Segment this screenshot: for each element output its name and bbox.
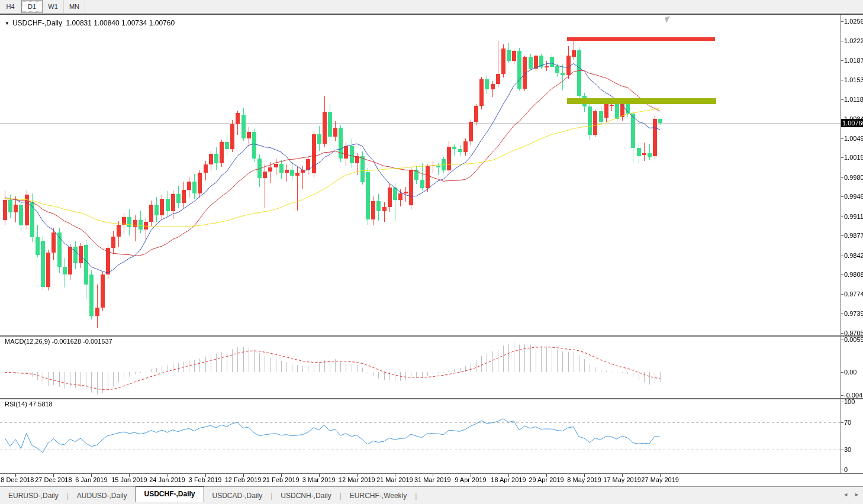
date-axis-label: 21 Feb 2019 — [263, 476, 300, 483]
price-axis-label: 1.02220 — [844, 37, 863, 44]
date-axis-label: 27 Dec 2018 — [35, 476, 72, 483]
price-axis-label: 1.01870 — [844, 57, 863, 64]
date-axis-label: 3 Mar 2019 — [302, 476, 336, 483]
date-axis-label: 21 Mar 2019 — [376, 476, 413, 483]
collapse-arrow-icon[interactable]: ▼ — [5, 21, 9, 26]
tab-eurchf-weekly[interactable]: EURCHF-,Weekly — [342, 490, 415, 502]
date-axis-label: 12 Mar 2019 — [339, 476, 375, 483]
chart-ohlc-readout: 1.00831 1.00840 1.00734 1.00760 — [66, 19, 175, 27]
date-axis-label: 6 Jan 2019 — [75, 476, 107, 483]
timeframe-button-h4[interactable]: H4 — [0, 0, 21, 13]
rsi-axis-label: 0 — [844, 466, 848, 473]
timeframe-toolbar: H4 D1 W1 MN — [0, 0, 863, 14]
rsi-axis-label: 100 — [844, 398, 855, 405]
date-axis-label: 3 Feb 2019 — [189, 476, 222, 483]
price-axis-label: 0.97740 — [844, 290, 863, 298]
date-axis-label: 27 May 2019 — [641, 476, 679, 483]
tab-eurusd-daily[interactable]: EURUSD-,Daily — [0, 490, 67, 502]
timeframe-button-mn[interactable]: MN — [64, 0, 85, 13]
rsi-axis-label: 30 — [844, 446, 851, 453]
price-axis-label: 0.97390 — [844, 310, 863, 317]
date-axis-label: 29 Apr 2019 — [529, 476, 563, 483]
timeframe-button-w1[interactable]: W1 — [43, 0, 64, 13]
date-axis-label: 18 Dec 2018 — [0, 476, 34, 483]
current-price-tag: 1.00760 — [841, 119, 863, 127]
price-axis-label: 1.01180 — [844, 96, 863, 103]
chart-window: ▼USDCHF-,Daily 1.00831 1.00840 1.00734 1… — [0, 14, 863, 486]
price-axis-label: 0.98420 — [844, 252, 863, 259]
chart-title: ▼USDCHF-,Daily 1.00831 1.00840 1.00734 1… — [5, 19, 175, 27]
price-axis-label: 1.00490 — [844, 135, 863, 142]
price-axis-label: 0.98770 — [844, 232, 863, 239]
date-axis-label: 15 Jan 2019 — [111, 476, 147, 483]
price-axis-label: 1.00150 — [844, 154, 863, 161]
price-axis-label: 1.01530 — [844, 76, 863, 83]
price-axis-label: 0.98080 — [844, 271, 863, 278]
tab-usdchf-daily[interactable]: USDCHF-,Daily — [136, 486, 204, 502]
date-axis-label: 18 Apr 2019 — [491, 476, 526, 483]
chart-symbol-label: USDCHF-,Daily — [12, 19, 62, 27]
date-axis-label: 17 May 2019 — [603, 476, 641, 483]
rsi-indicator-label: RSI(14) 47.5818 — [5, 400, 53, 408]
tab-separator: | — [415, 492, 417, 500]
price-axis-label: 0.99110 — [844, 213, 863, 220]
tab-scroll-left-arrow[interactable]: ◄ — [843, 492, 848, 497]
tab-scroll-right-arrow[interactable]: ► — [854, 492, 859, 497]
date-axis-label: 12 Feb 2019 — [225, 476, 262, 483]
price-axis-label: 0.99800 — [844, 174, 863, 181]
tab-usdcad-daily[interactable]: USDCAD-,Daily — [204, 490, 271, 502]
tab-audusd-daily[interactable]: AUDUSD-,Daily — [69, 490, 136, 502]
axis-labels-layer: 1.025601.022201.018701.015301.011801.008… — [0, 15, 863, 487]
macd-indicator-label: MACD(12,26,9) -0.001628 -0.001537 — [5, 338, 112, 345]
price-axis-label: 0.99460 — [844, 193, 863, 200]
date-axis-label: 31 Mar 2019 — [414, 476, 451, 483]
date-axis-label: 8 May 2019 — [567, 476, 601, 483]
date-axis-label: 24 Jan 2019 — [149, 476, 185, 483]
chart-tab-bar: EURUSD-,Daily | AUDUSD-,Daily USDCHF-,Da… — [0, 486, 863, 504]
date-axis-label: 9 Apr 2019 — [455, 476, 486, 483]
tab-usdcnh-daily[interactable]: USDCNH-,Daily — [272, 490, 339, 502]
price-axis-label: 1.02560 — [844, 18, 863, 25]
macd-axis-label: 0.00 — [844, 369, 856, 376]
rsi-axis-label: 70 — [844, 419, 851, 426]
timeframe-button-d1[interactable]: D1 — [21, 0, 43, 13]
macd-axis-label: 0.00597 — [844, 336, 863, 343]
